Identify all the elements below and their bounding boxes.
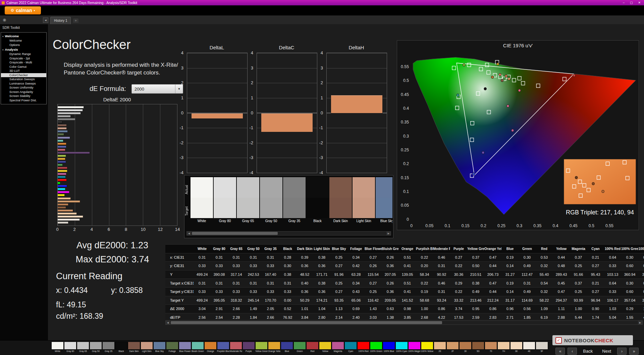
footer-patch-100-blue[interactable]: 100% Blue (383, 342, 395, 353)
footer-patch-30[interactable]: 30 (459, 342, 472, 353)
footer-patch-5f[interactable]: 5F (536, 342, 548, 353)
sidebar-item-screen-angularity[interactable]: Screen Angularity (1, 90, 46, 94)
swatch-scroll-track[interactable] (191, 232, 386, 235)
scroll-left-icon[interactable]: ◀ (187, 232, 191, 235)
footer-patch-purplish-blue[interactable]: Purplish Blue (217, 342, 229, 353)
sidebar-item-grayscale-multi[interactable]: Grayscale - Multi (1, 60, 46, 65)
table-cell: 0.22 (416, 255, 433, 259)
footer-patch-foliage[interactable]: Foliage (166, 342, 178, 353)
sidebar-item-screen-uniformity[interactable]: Screen Uniformity (1, 86, 46, 90)
watermark-text: NOTEBOOKCHECK (564, 338, 613, 343)
table-cell: 210.51 (467, 272, 484, 276)
tab-history-1[interactable]: History 1 (50, 17, 71, 24)
swatch-scrollbar[interactable]: ◀ ▶ (186, 231, 391, 236)
sidebar-item-3d-lut[interactable]: 3D LUT (1, 69, 46, 73)
footer-patch-blue[interactable]: Blue (281, 342, 293, 353)
next-button[interactable]: Next (599, 349, 614, 354)
sidebar-item-saturation-sweeps[interactable]: Saturation Sweeps (1, 77, 46, 82)
table-scroll-track[interactable] (170, 321, 638, 324)
footer-patch-magenta[interactable]: Magenta (332, 342, 344, 353)
footer-patch-swatch (192, 342, 204, 350)
footer-patch-light-skin[interactable]: Light Skin (141, 342, 153, 353)
footer-patch-swatch (141, 342, 153, 350)
sidebar-item-screen-stability[interactable]: Screen Stability (1, 94, 46, 98)
deltac-ylabels: 43210-1-2-3-4 (245, 53, 255, 172)
maximize-icon[interactable]: ▢ (630, 1, 633, 4)
footer-patch-70[interactable]: 70 (485, 342, 497, 353)
new-tab-button[interactable]: + (73, 18, 78, 23)
scroll-right-icon[interactable]: ▶ (386, 232, 391, 235)
footer-patch-bluish-green[interactable]: Bluish Green (192, 342, 204, 353)
tree-group-label: Welcome (5, 34, 19, 38)
back-button[interactable]: Back (580, 349, 596, 354)
sidebar-item-spectral-power-dist[interactable]: Spectral Power Dist. (1, 98, 46, 103)
previous-slide-button[interactable]: ‹ (568, 348, 577, 355)
last-slide-button[interactable]: » (629, 348, 639, 355)
scroll-left-icon[interactable]: ◀ (166, 321, 170, 324)
measured-dot-marker (496, 63, 499, 65)
calman-menu-button[interactable]: ⚙ calman ▾ (5, 6, 41, 14)
footer-patch-black[interactable]: Black (115, 342, 127, 353)
footer-patch-100-magenta[interactable]: 100% Magenta (408, 342, 421, 353)
scroll-thumb[interactable] (171, 321, 442, 324)
footer-patch-100-red[interactable]: 100% Red (357, 342, 370, 353)
rgb-overlay-box (564, 159, 636, 204)
sidebar-item-options[interactable]: Options (1, 43, 46, 47)
footer-patch-100-cyan[interactable]: 100% Cyan (395, 342, 408, 353)
axis-tick: 1 (321, 95, 323, 100)
table-cell: 0.96 (501, 307, 519, 311)
footer-patch-red[interactable]: Red (306, 342, 319, 353)
column-header-red: Red (536, 247, 553, 251)
minimize-icon[interactable]: – (623, 1, 625, 4)
footer-patch-gray-65[interactable]: Gray 65 (77, 342, 89, 353)
footer-patch-5d[interactable]: 5D (472, 342, 484, 353)
avg-de2000-value: Avg dE2000: 1.23 (64, 240, 161, 251)
forward-slide-button[interactable]: › (617, 348, 627, 355)
footer-patch-yellow-green[interactable]: Yellow Green (255, 342, 268, 353)
footer-patch-100-yellow[interactable]: 100% Yellow (421, 342, 433, 353)
footer-patch-dark-skin[interactable]: Dark Skin (128, 342, 140, 353)
footer-patch-orange-yellow[interactable]: Orange Yellow (268, 342, 280, 353)
tree-group-analysis[interactable]: ▾Analysis (1, 47, 46, 52)
footer-patch-3e[interactable]: 3E (510, 342, 523, 353)
footer-patch-blue-flower[interactable]: Blue Flower (179, 342, 191, 353)
swatch-dark-skin: Dark Skin (329, 177, 352, 224)
footer-patch-2e[interactable]: 2E (434, 342, 446, 353)
close-icon[interactable]: ✕ (638, 1, 641, 4)
footer-patch-purple[interactable]: Purple (243, 342, 255, 353)
cie-y-tick: 0.2 (403, 161, 409, 166)
footer-patch-gray-35[interactable]: Gray 35 (102, 342, 115, 353)
sidebar-item-colorchecker[interactable]: ColorChecker (1, 73, 46, 78)
scroll-right-icon[interactable]: ▶ (638, 321, 642, 324)
footer-patch-cyan[interactable]: Cyan (344, 342, 357, 353)
sidebar-item-luminance-sweeps[interactable]: Luminance Sweeps (1, 82, 46, 86)
footer-patch-2f[interactable]: 2F (446, 342, 459, 353)
sidebar-item-color-gamut[interactable]: Color Gamut (1, 65, 46, 69)
first-slide-button[interactable]: « (555, 348, 565, 355)
footer-patch-green[interactable]: Green (293, 342, 306, 353)
workspace-icon[interactable]: ◉ (3, 17, 6, 22)
footer-patch-orange[interactable]: Orange (204, 342, 217, 353)
table-cell: 1.74 (587, 315, 604, 319)
sidebar-collapse-button[interactable]: ◄ (43, 17, 48, 23)
footer-patch-100-green[interactable]: 100% Green (370, 342, 382, 353)
footer-patch-gray-80[interactable]: Gray 80 (64, 342, 76, 353)
column-header-foliage: Foliage (347, 247, 365, 251)
sidebar-item-welcome[interactable]: Welcome (1, 39, 46, 43)
table-scrollbar[interactable]: ◀ ▶ (165, 320, 643, 325)
table-cell: 0.56 (519, 307, 536, 311)
table-cell: 0.95 (467, 307, 484, 311)
footer-patch-blue-sky[interactable]: Blue Sky (153, 342, 166, 353)
footer-patch-4e[interactable]: 4E (523, 342, 535, 353)
footer-patch-moderate-red[interactable]: Moderate Red (230, 342, 242, 353)
scroll-thumb[interactable] (192, 232, 278, 235)
sidebar-item-dynamic-range[interactable]: Dynamic Range (1, 52, 46, 56)
sidebar-item-grayscale-2pt[interactable]: Grayscale - 2pt (1, 56, 46, 61)
deltae-bar-light-skin (58, 127, 67, 130)
footer-patch-white[interactable]: White (51, 342, 64, 353)
footer-patch-gray-50[interactable]: Gray 50 (90, 342, 102, 353)
footer-patch-yellow[interactable]: Yellow (319, 342, 331, 353)
row-label: Y (165, 272, 194, 276)
tree-group-welcome[interactable]: ▾Welcome (1, 34, 46, 39)
footer-patch-7h[interactable]: 7H (497, 342, 510, 353)
